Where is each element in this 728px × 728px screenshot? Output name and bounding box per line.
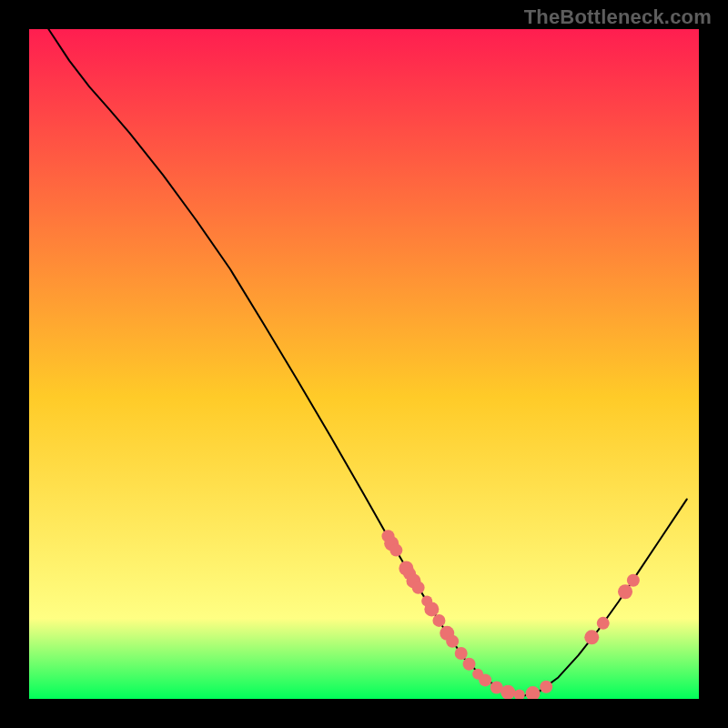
scatter-point: [618, 584, 632, 599]
chart-wrapper: TheBottleneck.com: [0, 0, 728, 728]
scatter-point: [479, 673, 491, 686]
scatter-point: [389, 544, 402, 557]
scatter-point: [412, 581, 425, 594]
bottleneck-curve-chart: [29, 29, 699, 699]
scatter-point: [432, 614, 445, 627]
scatter-point: [540, 681, 552, 693]
scatter-point: [500, 685, 515, 699]
gradient-background: [29, 29, 699, 699]
scatter-point: [597, 617, 610, 630]
scatter-point: [455, 647, 468, 660]
scatter-point: [584, 630, 599, 644]
scatter-point: [424, 602, 439, 616]
watermark-text: TheBottleneck.com: [524, 5, 712, 29]
scatter-point: [463, 658, 476, 671]
scatter-point: [627, 574, 640, 587]
scatter-point: [446, 635, 459, 648]
